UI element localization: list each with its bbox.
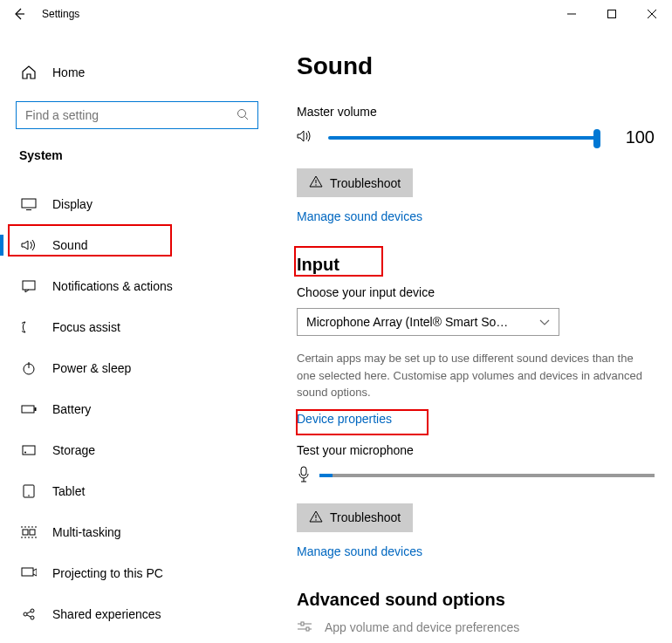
device-properties-link[interactable]: Device properties bbox=[297, 412, 655, 426]
svg-point-24 bbox=[31, 609, 34, 612]
category-title: System bbox=[16, 148, 271, 162]
close-button[interactable] bbox=[632, 0, 672, 28]
sidebar-item-label: Power & sleep bbox=[52, 361, 131, 375]
svg-point-17 bbox=[28, 495, 30, 496]
manage-input-link[interactable]: Manage sound devices bbox=[297, 544, 655, 558]
sidebar-item-label: Display bbox=[52, 197, 93, 211]
project-icon bbox=[21, 565, 37, 581]
power-icon bbox=[21, 360, 37, 376]
sidebar-item-project[interactable]: Projecting to this PC bbox=[16, 556, 175, 591]
svg-point-23 bbox=[24, 612, 27, 616]
troubleshoot-input-button[interactable]: Troubleshoot bbox=[297, 503, 413, 532]
svg-point-29 bbox=[315, 184, 316, 185]
warning-icon bbox=[309, 175, 323, 190]
sidebar-item-label: Tablet bbox=[52, 484, 85, 498]
sidebar-item-label: Sound bbox=[52, 238, 87, 252]
sidebar-item-label: Focus assist bbox=[52, 320, 120, 334]
volume-value: 100 bbox=[611, 127, 655, 147]
microphone-icon bbox=[297, 466, 311, 486]
notifications-icon bbox=[21, 278, 37, 294]
multitask-icon bbox=[21, 524, 37, 540]
svg-rect-20 bbox=[23, 530, 28, 535]
shared-icon bbox=[21, 606, 37, 622]
app-title: Settings bbox=[38, 8, 79, 20]
battery-icon bbox=[21, 401, 37, 417]
svg-point-15 bbox=[24, 452, 26, 454]
svg-rect-22 bbox=[22, 568, 33, 576]
home-icon bbox=[21, 65, 37, 80]
sidebar-item-multitask[interactable]: Multi-tasking bbox=[16, 515, 175, 550]
page-title: Sound bbox=[297, 52, 655, 80]
svg-rect-9 bbox=[23, 281, 35, 290]
sliders-icon bbox=[297, 620, 312, 635]
svg-rect-37 bbox=[301, 622, 304, 626]
svg-rect-7 bbox=[22, 199, 36, 208]
maximize-button[interactable] bbox=[592, 0, 632, 28]
sound-icon bbox=[21, 237, 37, 253]
svg-point-34 bbox=[315, 519, 316, 520]
sidebar-item-label: Shared experiences bbox=[52, 607, 161, 621]
sidebar-item-label: Projecting to this PC bbox=[52, 566, 163, 580]
sidebar-item-storage[interactable]: Storage bbox=[16, 433, 175, 468]
speaker-icon bbox=[297, 129, 314, 146]
svg-rect-12 bbox=[22, 406, 34, 413]
svg-rect-38 bbox=[306, 627, 309, 631]
sidebar-item-label: Multi-tasking bbox=[52, 525, 121, 539]
sidebar-item-power[interactable]: Power & sleep bbox=[16, 351, 175, 386]
sidebar-item-sound[interactable]: Sound bbox=[16, 228, 175, 263]
search-field[interactable] bbox=[25, 108, 237, 122]
tablet-icon bbox=[21, 483, 37, 499]
back-button[interactable] bbox=[0, 0, 38, 28]
input-device-dropdown[interactable]: Microphone Array (Intel® Smart So… bbox=[297, 308, 559, 336]
sidebar-item-focus[interactable]: Focus assist bbox=[16, 310, 175, 345]
svg-rect-2 bbox=[608, 10, 616, 18]
sidebar-item-tablet[interactable]: Tablet bbox=[16, 474, 175, 509]
dropdown-value: Microphone Array (Intel® Smart So… bbox=[306, 315, 539, 329]
warning-icon bbox=[309, 510, 323, 525]
svg-rect-21 bbox=[30, 530, 35, 535]
sidebar-item-notifications[interactable]: Notifications & actions bbox=[16, 269, 175, 304]
svg-line-26 bbox=[27, 612, 31, 613]
test-mic-label: Test your microphone bbox=[297, 443, 655, 457]
volume-slider[interactable] bbox=[328, 136, 597, 140]
svg-point-25 bbox=[31, 616, 34, 619]
svg-line-6 bbox=[245, 116, 249, 120]
search-input[interactable] bbox=[16, 101, 258, 129]
svg-rect-30 bbox=[301, 467, 306, 475]
sidebar-item-label: Battery bbox=[52, 402, 91, 416]
storage-icon bbox=[21, 442, 37, 458]
svg-rect-13 bbox=[35, 407, 37, 411]
sidebar-item-label: Storage bbox=[52, 443, 95, 457]
home-label: Home bbox=[52, 65, 85, 79]
svg-line-27 bbox=[27, 615, 31, 617]
mic-level-meter bbox=[319, 474, 655, 477]
app-volume-link[interactable]: App volume and device preferences bbox=[325, 620, 519, 634]
manage-output-link[interactable]: Manage sound devices bbox=[297, 209, 655, 223]
sidebar-item-shared[interactable]: Shared experiences bbox=[16, 597, 175, 632]
sidebar-item-label: Notifications & actions bbox=[52, 279, 173, 293]
focus-icon bbox=[21, 319, 37, 335]
svg-point-5 bbox=[238, 109, 246, 117]
choose-input-label: Choose your input device bbox=[297, 285, 655, 299]
input-heading: Input bbox=[297, 255, 655, 275]
input-description: Certain apps may be set up to use differ… bbox=[297, 350, 655, 401]
sidebar-home[interactable]: Home bbox=[16, 56, 271, 89]
svg-rect-14 bbox=[23, 446, 35, 455]
master-volume-label: Master volume bbox=[297, 105, 655, 119]
chevron-down-icon bbox=[539, 315, 550, 329]
search-icon bbox=[237, 108, 249, 123]
minimize-button[interactable] bbox=[552, 0, 592, 28]
sidebar-item-display[interactable]: Display bbox=[16, 187, 175, 222]
sidebar-item-battery[interactable]: Battery bbox=[16, 392, 175, 427]
troubleshoot-output-button[interactable]: Troubleshoot bbox=[297, 168, 413, 197]
display-icon bbox=[21, 196, 37, 212]
advanced-heading: Advanced sound options bbox=[297, 590, 655, 610]
